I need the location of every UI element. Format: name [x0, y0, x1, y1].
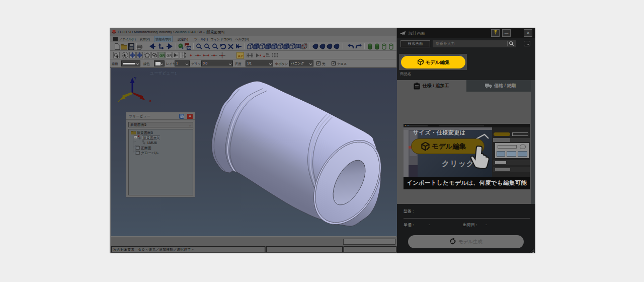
svg-text:3D: 3D [187, 47, 191, 50]
svg-text:10: 10 [266, 53, 269, 56]
svg-text:GR: GR [159, 54, 165, 57]
svg-text:GR: GR [167, 54, 172, 57]
svg-text:AP: AP [238, 54, 244, 58]
